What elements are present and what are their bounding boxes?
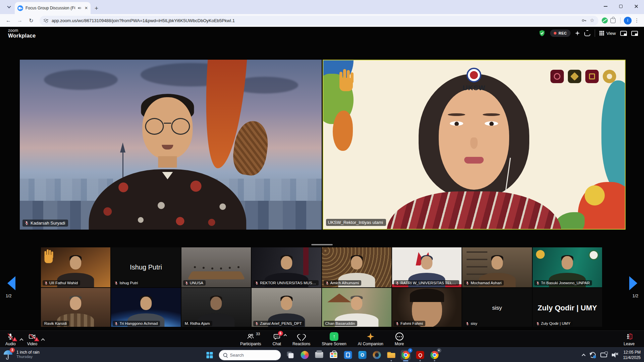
profile-avatar[interactable]: I — [624, 17, 632, 24]
participant-tile[interactable]: M. Ridha Ajam — [181, 288, 251, 327]
browser-tab[interactable]: Focus Group Discussion (FG ✕ — [15, 2, 91, 14]
participant-tile[interactable]: Mochamad Ashari — [462, 247, 532, 287]
site-info-icon[interactable] — [44, 19, 48, 21]
start-button[interactable] — [205, 350, 215, 360]
audio-button[interactable]: ! Audio — [5, 331, 16, 348]
participant-tile[interactable]: Zainal Arief_PENS_DPT — [252, 288, 321, 327]
camera-muted-icon — [28, 333, 36, 340]
more-button[interactable]: More — [394, 331, 405, 348]
outlook-icon: O — [359, 351, 367, 359]
taskbar-search[interactable]: Search — [219, 350, 281, 360]
window-close-button[interactable] — [629, 0, 644, 13]
chrome-active-button[interactable]: I — [401, 350, 411, 360]
reload-button[interactable]: ↻ — [26, 15, 36, 25]
weather-widget[interactable]: 3 1 inch of rain Thursday — [3, 349, 40, 360]
window-minimize-button[interactable] — [598, 0, 613, 13]
leave-button[interactable]: Leave — [623, 331, 635, 348]
reactions-button[interactable]: Reactions — [292, 331, 311, 348]
window-maximize-button[interactable] — [613, 0, 629, 13]
participant-tile[interactable]: UNUSA — [181, 247, 251, 287]
participant-tile[interactable]: REKTOR UNIVERSITAS MUSLIM ... — [252, 247, 321, 287]
task-view-button[interactable] — [285, 350, 296, 360]
chevron-up-icon — [19, 338, 23, 342]
zoom-workplace-logo: zoom Workplace — [8, 28, 36, 39]
tab-close-button[interactable]: ✕ — [85, 6, 88, 10]
filmstrip-resize-handle[interactable] — [311, 244, 333, 245]
participant-tile[interactable]: Tri Hanggono Achmad — [111, 288, 180, 327]
sync-update-icon[interactable] — [590, 352, 596, 358]
browser-toolbar: ← → ↻ app.zoom.us/wc/86713109488/join?fr… — [0, 14, 644, 27]
main-video-uksw-rektor[interactable]: UKSW — [323, 60, 626, 230]
participant-tile[interactable]: Zuly Qodir | UMY Zuly Qodir | UMY — [533, 288, 602, 327]
ring-app-icon — [373, 351, 381, 359]
participant-name-label: RATRI W_UNIVERSITAS TELKOM — [394, 280, 459, 286]
participant-tile[interactable]: UII Fathul Wahid — [41, 247, 110, 287]
profile-badge: K — [437, 348, 441, 353]
chrome-secondary-button[interactable]: K — [430, 350, 440, 360]
participant-tile[interactable]: sisy sisy — [462, 288, 532, 327]
mic-muted-icon — [325, 281, 329, 285]
picture-in-picture-icon[interactable] — [620, 31, 627, 36]
mic-muted-icon — [536, 322, 540, 325]
extensions-puzzle-icon[interactable] — [610, 18, 615, 23]
extension-green-icon[interactable] — [602, 17, 608, 23]
scanner-icon — [315, 352, 323, 358]
zoom-header: zoom Workplace REC View — [0, 27, 644, 42]
scanner-app-button[interactable] — [314, 350, 324, 360]
copilot-button[interactable] — [300, 350, 310, 360]
view-button[interactable]: View — [599, 31, 616, 36]
file-explorer-button[interactable] — [386, 350, 396, 360]
ai-sparkle-icon[interactable] — [575, 31, 580, 36]
fullscreen-icon[interactable] — [584, 30, 590, 36]
previous-page-arrow[interactable] — [7, 276, 15, 290]
task-view-icon — [287, 352, 294, 358]
participant-tile[interactable]: Chan Basaruddin — [322, 288, 391, 327]
forward-button[interactable]: → — [15, 15, 25, 25]
grid-view-icon — [599, 31, 604, 36]
weather-subtext: Thursday — [16, 355, 40, 359]
participant-tile[interactable]: RATRI W_UNIVERSITAS TELKOM — [392, 247, 462, 287]
chevron-down-icon — [7, 4, 11, 8]
ai-companion-button[interactable]: AI Companion — [357, 331, 384, 348]
participant-tile[interactable]: Fahmi Fahmi — [392, 288, 462, 327]
participant-tile[interactable]: Ravik Karsidi — [41, 288, 110, 327]
taskbar-clock[interactable]: 12:05 PM 11/4/2025 — [623, 350, 641, 360]
participants-button[interactable]: 33 Participants — [239, 331, 262, 348]
participant-tile[interactable]: Amich Alhumami — [322, 247, 391, 287]
next-page-arrow[interactable] — [629, 276, 637, 290]
store-bag-icon — [330, 352, 337, 358]
new-tab-button[interactable]: + — [95, 5, 98, 12]
bookmark-star-icon[interactable]: ☆ — [590, 17, 594, 23]
share-screen-button[interactable]: ↑ Share Screen — [321, 331, 347, 348]
network-display-icon[interactable] — [600, 353, 607, 357]
search-icon — [223, 353, 227, 357]
page-indicator: 1/2 — [6, 294, 11, 298]
hidden-icons-chevron[interactable] — [582, 354, 585, 357]
chat-badge: 6 — [278, 331, 283, 336]
acrobat-button[interactable] — [415, 350, 425, 360]
audio-options-chevron[interactable] — [18, 331, 25, 348]
tab-title: Focus Group Discussion (FG — [25, 6, 75, 10]
outlook-button[interactable]: O — [358, 350, 368, 360]
back-button[interactable]: ← — [3, 15, 13, 25]
page-indicator: 1/2 — [633, 294, 638, 298]
participant-tile[interactable]: Tri Basuki Joewono_UNPAR — [533, 247, 602, 287]
video-options-chevron[interactable] — [39, 331, 47, 348]
meeting-security-shield-icon[interactable] — [538, 29, 546, 37]
device-app-button[interactable] — [343, 350, 353, 360]
participant-tile[interactable]: Ishug Putri Ishug Putri — [111, 247, 180, 287]
loop-app-button[interactable] — [372, 350, 382, 360]
video-button[interactable]: ! Video — [26, 331, 38, 348]
browser-menu-icon[interactable]: ⋮ — [634, 17, 639, 23]
microsoft-store-button[interactable] — [329, 350, 339, 360]
badge-icon — [585, 70, 599, 83]
url-bar[interactable]: app.zoom.us/wc/86713109488/join?fromPWA=… — [40, 16, 598, 25]
video-feed: UKSW — [323, 60, 625, 229]
chrome-icon — [402, 351, 410, 359]
main-video-kadarsah[interactable]: Kadarsah Suryadi — [20, 60, 322, 230]
volume-muted-icon[interactable] — [612, 352, 619, 358]
chat-button[interactable]: 6 Chat — [272, 331, 282, 348]
tab-search-button[interactable] — [5, 4, 13, 10]
minimize-window-icon[interactable] — [631, 31, 638, 36]
password-key-icon[interactable] — [581, 18, 587, 23]
